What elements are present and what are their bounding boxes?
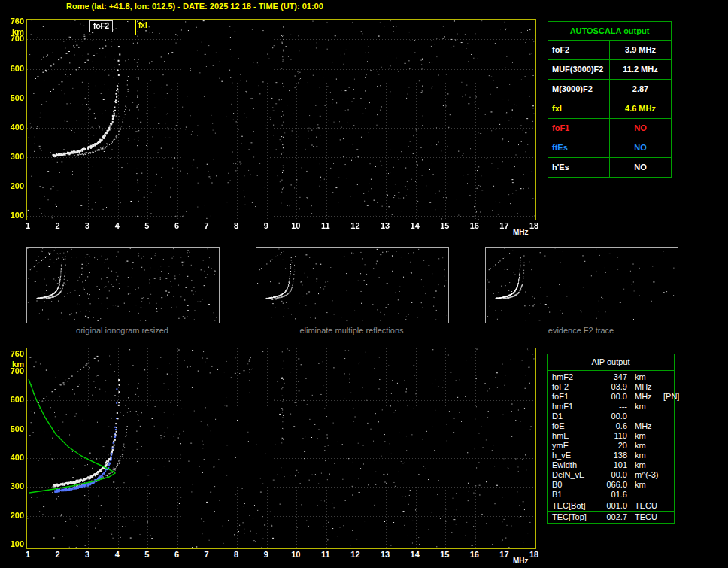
aip-row-unit: km [627, 431, 657, 441]
y-tick-label-bottom: 700 [5, 366, 24, 375]
aip-table-row: D100.0 [548, 412, 674, 421]
aip-row-unit: km [627, 451, 657, 460]
y-tick-label-bottom: 500 [5, 424, 24, 433]
autoscala-table-row: fxI4.6 MHz [548, 99, 671, 118]
aip-row-unit [627, 490, 657, 500]
x-tick-label-top: 16 [466, 221, 483, 230]
aip-row-unit: km [627, 460, 657, 470]
aip-row-unit: MHz [627, 392, 657, 402]
x-tick-label-bottom: 8 [228, 550, 244, 559]
autoscala-table-row: h'EsNO [548, 157, 671, 177]
autoscala-row-label: foF1 [548, 119, 610, 138]
aip-row-label: hmE [552, 431, 596, 441]
aip-row-label: TEC[Top] [552, 512, 596, 522]
aip-row-label: foE [552, 421, 596, 431]
x-tick-label-top: 10 [287, 221, 304, 230]
aip-row-label: TEC[Bot] [552, 500, 596, 511]
thumbnail-canvas-3 [486, 248, 676, 321]
aip-row-unit [627, 412, 657, 421]
autoscala-table-row: foF1NO [548, 118, 671, 138]
aip-row-label: hmF1 [552, 402, 596, 412]
aip-row-unit: km [627, 372, 657, 382]
y-tick-label-top: 600 [5, 64, 24, 73]
aip-row-note [657, 372, 674, 382]
x-tick-label-bottom: 13 [377, 550, 393, 559]
aip-row-value: 001.0 [596, 500, 627, 511]
aip-row-value: --- [596, 402, 627, 412]
autoscala-row-value: 2.87 [610, 80, 671, 99]
y-tick-label-top: 760 [5, 17, 24, 26]
autoscala-row-label: foF2 [548, 41, 610, 59]
aip-row-value: 347 [596, 372, 627, 382]
y-tick-label-bottom: 760 [5, 349, 24, 358]
aip-table-header: AIP output [548, 354, 674, 371]
x-tick-label-top: 18 [526, 221, 542, 230]
aip-row-note [657, 512, 674, 522]
ionogram-bottom-plot [26, 348, 536, 549]
x-tick-label-top: 12 [347, 221, 363, 230]
aip-table-row: hmF2347km [548, 372, 674, 382]
aip-row-note [657, 460, 674, 470]
x-tick-label-bottom: 3 [79, 550, 96, 559]
fxi-marker-line [135, 20, 136, 35]
x-tick-label-top: 1 [20, 221, 36, 230]
aip-table-row: foE0.6MHz [548, 421, 674, 431]
aip-row-note [657, 441, 674, 451]
x-tick-label-top: 14 [407, 221, 423, 230]
aip-row-label: foF1 [552, 392, 596, 402]
x-tick-label-bottom: 10 [287, 550, 304, 559]
autoscala-table-header: AUTOSCALA output [548, 22, 671, 41]
aip-row-note: [PN] [657, 392, 679, 402]
aip-row-label: ymE [552, 441, 596, 451]
aip-row-value: 066.0 [596, 480, 627, 490]
ionogram-top-plot [26, 19, 536, 220]
aip-row-value: 002.7 [596, 512, 627, 522]
aip-table-row: foF100.0MHz[PN] [548, 392, 674, 402]
aip-row-value: 101 [596, 460, 627, 470]
aip-row-note [657, 480, 674, 490]
y-tick-label-bottom: 200 [5, 511, 24, 520]
aip-table-row: DelN_vE00.0m^(-3) [548, 470, 674, 480]
aip-row-note [657, 490, 674, 500]
aip-row-value: 00.0 [596, 392, 627, 402]
aip-row-note [657, 421, 674, 431]
autoscala-table-row: M(3000)F22.87 [548, 79, 671, 99]
aip-row-value: 01.6 [596, 490, 627, 500]
autoscala-row-label: h'Es [548, 158, 610, 177]
aip-row-unit: MHz [627, 382, 657, 392]
autoscala-table-row: ftEsNO [548, 138, 671, 157]
aip-table-row: ymE20km [548, 441, 674, 451]
aip-row-unit: m^(-3) [627, 470, 657, 480]
x-tick-label-top: 4 [109, 221, 126, 230]
aip-row-value: 03.9 [596, 382, 627, 392]
autoscala-row-value: 11.2 MHz [610, 60, 671, 79]
aip-table-row: foF203.9MHz [548, 382, 674, 392]
fof2-marker-label: foF2 [89, 20, 113, 32]
thumbnail-caption-2: eliminate multiple reflections [256, 326, 447, 335]
aip-row-label: D1 [552, 412, 596, 421]
x-tick-label-top: 17 [496, 221, 512, 230]
ionogram-bottom-canvas [27, 348, 535, 548]
autoscala-row-label: fxI [548, 99, 610, 118]
autoscala-table-row: foF23.9 MHz [548, 41, 671, 59]
aip-row-note [657, 382, 674, 392]
aip-row-value: 00.0 [596, 412, 627, 421]
y-tick-label-top: 100 [5, 211, 24, 220]
autoscala-row-label: ftEs [548, 138, 610, 157]
thumbnail-caption-3: evidence F2 trace [485, 326, 677, 335]
x-tick-label-top: 6 [168, 221, 185, 230]
aip-table-row: B0066.0km [548, 480, 674, 490]
autoscala-row-value: 4.6 MHz [610, 99, 671, 118]
aip-row-note [657, 470, 674, 480]
autoscala-screen: Rome (lat: +41.8, lon: 012.5) - DATE: 20… [0, 0, 728, 568]
aip-row-note [657, 412, 674, 421]
aip-row-note [657, 402, 674, 412]
aip-table-row: TEC[Top]002.7TECU [548, 511, 674, 522]
x-tick-label-bottom: 17 [496, 550, 512, 559]
aip-row-note [657, 500, 674, 511]
thumbnail-caption-1: original ionogram resized [26, 326, 218, 335]
autoscala-row-value: 3.9 MHz [610, 41, 671, 59]
aip-row-label: hmF2 [552, 372, 596, 382]
thumbnail-evidence-f2-trace [485, 247, 678, 323]
aip-row-unit: km [627, 402, 657, 412]
